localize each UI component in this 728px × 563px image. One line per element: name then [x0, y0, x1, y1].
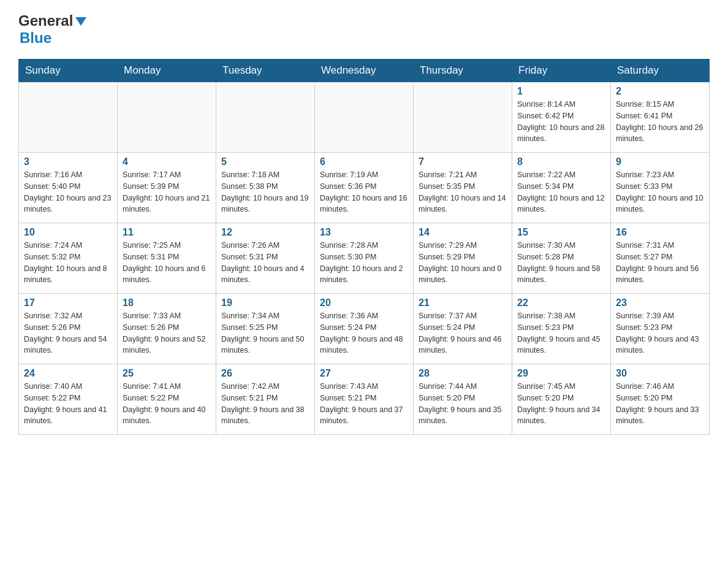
calendar-cell: 28Sunrise: 7:44 AM Sunset: 5:20 PM Dayli… — [414, 364, 512, 435]
day-number: 3 — [24, 156, 112, 167]
day-info: Sunrise: 7:17 AM Sunset: 5:39 PM Dayligh… — [123, 169, 211, 215]
calendar-cell: 1Sunrise: 8:14 AM Sunset: 6:42 PM Daylig… — [512, 82, 611, 153]
day-info: Sunrise: 8:14 AM Sunset: 6:42 PM Dayligh… — [517, 99, 605, 145]
day-info: Sunrise: 7:44 AM Sunset: 5:20 PM Dayligh… — [419, 381, 507, 427]
calendar-cell: 26Sunrise: 7:42 AM Sunset: 5:21 PM Dayli… — [216, 364, 315, 435]
weekday-header-thursday: Thursday — [414, 59, 512, 82]
day-number: 2 — [616, 86, 704, 97]
week-row-3: 10Sunrise: 7:24 AM Sunset: 5:32 PM Dayli… — [19, 223, 710, 294]
day-info: Sunrise: 7:45 AM Sunset: 5:20 PM Dayligh… — [517, 381, 605, 427]
day-info: Sunrise: 7:41 AM Sunset: 5:22 PM Dayligh… — [123, 381, 211, 427]
calendar-cell — [118, 82, 216, 153]
calendar-cell: 19Sunrise: 7:34 AM Sunset: 5:25 PM Dayli… — [216, 294, 315, 364]
week-row-2: 3Sunrise: 7:16 AM Sunset: 5:40 PM Daylig… — [19, 153, 710, 223]
day-info: Sunrise: 7:40 AM Sunset: 5:22 PM Dayligh… — [24, 381, 112, 427]
day-info: Sunrise: 7:32 AM Sunset: 5:26 PM Dayligh… — [24, 310, 112, 356]
calendar-cell: 7Sunrise: 7:21 AM Sunset: 5:35 PM Daylig… — [414, 153, 512, 223]
week-row-4: 17Sunrise: 7:32 AM Sunset: 5:26 PM Dayli… — [19, 294, 710, 364]
day-info: Sunrise: 7:37 AM Sunset: 5:24 PM Dayligh… — [419, 310, 507, 356]
calendar-cell: 29Sunrise: 7:45 AM Sunset: 5:20 PM Dayli… — [512, 364, 611, 435]
day-info: Sunrise: 7:30 AM Sunset: 5:28 PM Dayligh… — [517, 240, 605, 286]
calendar-cell — [414, 82, 512, 153]
logo-general-text: General — [18, 12, 73, 29]
calendar-cell — [216, 82, 315, 153]
calendar-cell: 18Sunrise: 7:33 AM Sunset: 5:26 PM Dayli… — [118, 294, 216, 364]
calendar-cell: 8Sunrise: 7:22 AM Sunset: 5:34 PM Daylig… — [512, 153, 611, 223]
day-info: Sunrise: 7:31 AM Sunset: 5:27 PM Dayligh… — [616, 240, 704, 286]
day-number: 18 — [123, 297, 211, 308]
calendar-table: SundayMondayTuesdayWednesdayThursdayFrid… — [18, 59, 710, 435]
week-row-1: 1Sunrise: 8:14 AM Sunset: 6:42 PM Daylig… — [19, 82, 710, 153]
day-info: Sunrise: 7:38 AM Sunset: 5:23 PM Dayligh… — [517, 310, 605, 356]
day-number: 27 — [320, 368, 408, 379]
calendar-cell: 22Sunrise: 7:38 AM Sunset: 5:23 PM Dayli… — [512, 294, 611, 364]
calendar-cell: 25Sunrise: 7:41 AM Sunset: 5:22 PM Dayli… — [118, 364, 216, 435]
day-info: Sunrise: 7:39 AM Sunset: 5:23 PM Dayligh… — [616, 310, 704, 356]
calendar-cell: 13Sunrise: 7:28 AM Sunset: 5:30 PM Dayli… — [315, 223, 414, 294]
day-info: Sunrise: 8:15 AM Sunset: 6:41 PM Dayligh… — [616, 99, 704, 145]
day-info: Sunrise: 7:46 AM Sunset: 5:20 PM Dayligh… — [616, 381, 704, 427]
logo-triangle-icon — [74, 15, 88, 28]
calendar-cell: 21Sunrise: 7:37 AM Sunset: 5:24 PM Dayli… — [414, 294, 512, 364]
calendar-cell: 12Sunrise: 7:26 AM Sunset: 5:31 PM Dayli… — [216, 223, 315, 294]
day-number: 9 — [616, 156, 704, 167]
day-number: 10 — [24, 227, 112, 238]
calendar-header-row: SundayMondayTuesdayWednesdayThursdayFrid… — [19, 59, 710, 82]
day-number: 19 — [221, 297, 309, 308]
day-number: 16 — [616, 227, 704, 238]
calendar-cell: 30Sunrise: 7:46 AM Sunset: 5:20 PM Dayli… — [611, 364, 710, 435]
calendar-cell: 24Sunrise: 7:40 AM Sunset: 5:22 PM Dayli… — [19, 364, 118, 435]
day-info: Sunrise: 7:18 AM Sunset: 5:38 PM Dayligh… — [221, 169, 309, 215]
weekday-header-saturday: Saturday — [611, 59, 710, 82]
weekday-header-monday: Monday — [118, 59, 216, 82]
day-number: 30 — [616, 368, 704, 379]
calendar-cell: 23Sunrise: 7:39 AM Sunset: 5:23 PM Dayli… — [611, 294, 710, 364]
day-number: 28 — [419, 368, 507, 379]
calendar-cell: 4Sunrise: 7:17 AM Sunset: 5:39 PM Daylig… — [118, 153, 216, 223]
day-number: 29 — [517, 368, 605, 379]
day-info: Sunrise: 7:23 AM Sunset: 5:33 PM Dayligh… — [616, 169, 704, 215]
day-info: Sunrise: 7:22 AM Sunset: 5:34 PM Dayligh… — [517, 169, 605, 215]
day-info: Sunrise: 7:36 AM Sunset: 5:24 PM Dayligh… — [320, 310, 408, 356]
day-info: Sunrise: 7:26 AM Sunset: 5:31 PM Dayligh… — [221, 240, 309, 286]
weekday-header-tuesday: Tuesday — [216, 59, 315, 82]
day-info: Sunrise: 7:42 AM Sunset: 5:21 PM Dayligh… — [221, 381, 309, 427]
day-number: 26 — [221, 368, 309, 379]
logo: General Blue — [18, 12, 88, 47]
day-number: 15 — [517, 227, 605, 238]
day-number: 6 — [320, 156, 408, 167]
calendar-cell: 20Sunrise: 7:36 AM Sunset: 5:24 PM Dayli… — [315, 294, 414, 364]
day-number: 12 — [221, 227, 309, 238]
calendar-cell: 14Sunrise: 7:29 AM Sunset: 5:29 PM Dayli… — [414, 223, 512, 294]
week-row-5: 24Sunrise: 7:40 AM Sunset: 5:22 PM Dayli… — [19, 364, 710, 435]
day-number: 25 — [123, 368, 211, 379]
day-info: Sunrise: 7:21 AM Sunset: 5:35 PM Dayligh… — [419, 169, 507, 215]
day-info: Sunrise: 7:19 AM Sunset: 5:36 PM Dayligh… — [320, 169, 408, 215]
calendar-cell: 11Sunrise: 7:25 AM Sunset: 5:31 PM Dayli… — [118, 223, 216, 294]
day-number: 1 — [517, 86, 605, 97]
day-number: 23 — [616, 297, 704, 308]
day-number: 17 — [24, 297, 112, 308]
day-info: Sunrise: 7:43 AM Sunset: 5:21 PM Dayligh… — [320, 381, 408, 427]
day-number: 8 — [517, 156, 605, 167]
day-number: 7 — [419, 156, 507, 167]
day-number: 11 — [123, 227, 211, 238]
day-number: 4 — [123, 156, 211, 167]
calendar-cell: 15Sunrise: 7:30 AM Sunset: 5:28 PM Dayli… — [512, 223, 611, 294]
day-info: Sunrise: 7:33 AM Sunset: 5:26 PM Dayligh… — [123, 310, 211, 356]
day-number: 14 — [419, 227, 507, 238]
day-info: Sunrise: 7:24 AM Sunset: 5:32 PM Dayligh… — [24, 240, 112, 286]
day-info: Sunrise: 7:16 AM Sunset: 5:40 PM Dayligh… — [24, 169, 112, 215]
svg-marker-0 — [75, 17, 86, 26]
calendar-cell — [19, 82, 118, 153]
day-number: 22 — [517, 297, 605, 308]
calendar-cell: 5Sunrise: 7:18 AM Sunset: 5:38 PM Daylig… — [216, 153, 315, 223]
logo-blue-text: Blue — [18, 29, 51, 47]
calendar-cell: 17Sunrise: 7:32 AM Sunset: 5:26 PM Dayli… — [19, 294, 118, 364]
day-number: 13 — [320, 227, 408, 238]
day-number: 20 — [320, 297, 408, 308]
calendar-cell: 2Sunrise: 8:15 AM Sunset: 6:41 PM Daylig… — [611, 82, 710, 153]
day-info: Sunrise: 7:25 AM Sunset: 5:31 PM Dayligh… — [123, 240, 211, 286]
weekday-header-wednesday: Wednesday — [315, 59, 414, 82]
weekday-header-friday: Friday — [512, 59, 611, 82]
